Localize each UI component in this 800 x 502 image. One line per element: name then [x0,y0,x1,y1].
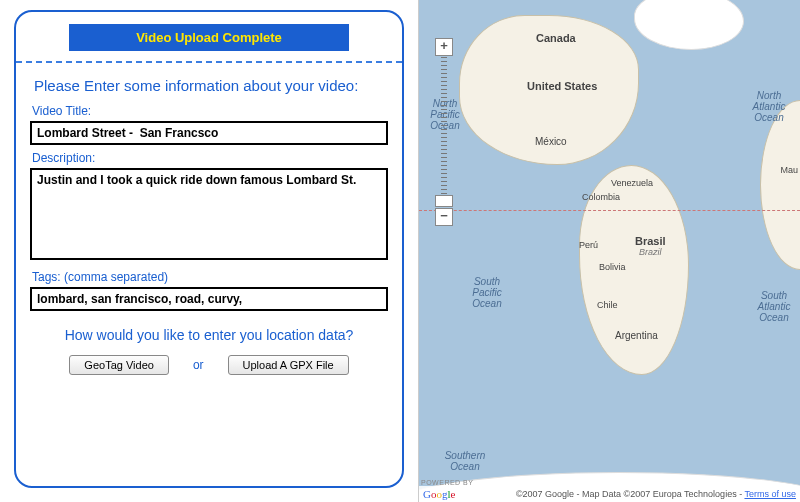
tags-label: Tags: (comma separated) [32,270,388,284]
google-logo: Google [423,488,455,500]
tags-input[interactable] [30,287,388,311]
attrib-text: ©2007 Google - Map Data ©2007 Europa Tec… [516,489,745,499]
label-brasil: Brasil Brazil [635,235,666,257]
label-canada: Canada [536,32,576,44]
label-peru: Perú [579,240,598,250]
upload-gpx-button[interactable]: Upload A GPX File [228,355,349,375]
geotag-video-button[interactable]: GeoTag Video [69,355,169,375]
powered-by-label: POWERED BY [421,479,473,486]
zoom-slider-thumb[interactable] [435,195,453,207]
zoom-in-button[interactable]: + [435,38,453,56]
equator-line [419,210,800,211]
label-brasil-sub: Brazil [635,247,666,257]
label-venezuela: Venezuela [611,178,653,188]
label-brasil-main: Brasil [635,235,666,247]
location-button-row: GeoTag Video or Upload A GPX File [30,355,388,375]
map-surface[interactable]: Canada United States México Venezuela Co… [419,0,800,502]
label-united-states: United States [527,80,597,92]
label-chile: Chile [597,300,618,310]
label-southern-ocean: Southern Ocean [435,450,495,472]
form-panel: Video Upload Complete Please Enter some … [0,0,418,502]
form-card: Video Upload Complete Please Enter some … [14,10,404,488]
label-argentina: Argentina [615,330,658,341]
label-north-atlantic: North Atlantic Ocean [744,90,794,123]
upload-status-bar: Video Upload Complete [69,24,348,51]
map-attribution: ©2007 Google - Map Data ©2007 Europa Tec… [516,489,796,499]
or-label: or [193,358,204,372]
map-panel: Canada United States México Venezuela Co… [418,0,800,502]
landmass-greenland [634,0,744,50]
divider [16,61,402,63]
zoom-control: + − [435,38,453,226]
video-title-input[interactable] [30,121,388,145]
description-label: Description: [32,151,388,165]
label-south-pacific: South Pacific Ocean [463,276,511,309]
terms-link[interactable]: Terms of use [744,489,796,499]
label-bolivia: Bolivia [599,262,626,272]
location-heading: How would you like to enter you location… [30,327,388,343]
label-mau: Mau [780,165,798,175]
description-input[interactable]: Justin and I took a quick ride down famo… [30,168,388,260]
map-footer: Google ©2007 Google - Map Data ©2007 Eur… [419,486,800,502]
label-south-atlantic: South Atlantic Ocean [750,290,798,323]
zoom-slider-track[interactable] [441,57,447,207]
form-heading: Please Enter some information about your… [34,77,388,94]
zoom-out-button[interactable]: − [435,208,453,226]
label-colombia: Colombia [582,192,620,202]
label-mexico: México [535,136,567,147]
video-title-label: Video Title: [32,104,388,118]
landmass-africa [760,100,800,270]
